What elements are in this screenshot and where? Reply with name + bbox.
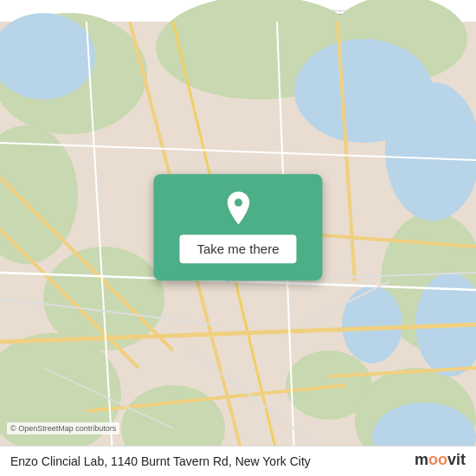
map-container: CR 623 CR 623 CR 549 CR 549 CR 549 (632)… (0, 0, 476, 476)
location-pin-icon (221, 191, 255, 226)
bottom-bar: Enzo Clincial Lab, 1140 Burnt Tavern Rd,… (0, 446, 476, 476)
take-me-there-button[interactable]: Take me there (179, 235, 296, 263)
moovit-text: moovit (415, 451, 466, 468)
svg-point-16 (342, 286, 402, 363)
svg-point-13 (385, 82, 476, 221)
moovit-logo: moovit (415, 451, 466, 469)
address-text: Enzo Clincial Lab, 1140 Burnt Tavern Rd,… (10, 454, 311, 468)
popup-card: Take me there (153, 174, 322, 280)
svg-point-35 (234, 198, 241, 206)
map-attribution: © OpenStreetMap contributors (7, 422, 119, 434)
